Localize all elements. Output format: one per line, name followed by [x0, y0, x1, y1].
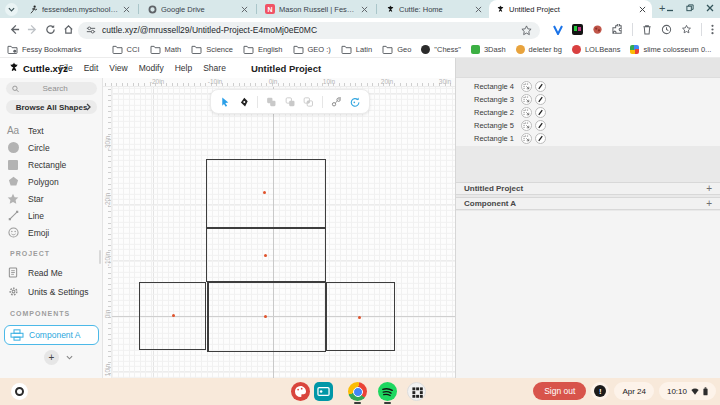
menu-share[interactable]: Share — [203, 63, 226, 73]
menu-modify[interactable]: Modify — [139, 63, 164, 73]
close-icon[interactable] — [475, 6, 482, 13]
search-input[interactable] — [19, 84, 91, 93]
tab-cuttle-home[interactable]: Cuttle: Home — [379, 0, 488, 18]
canvas-rectangle-top[interactable] — [206, 159, 326, 228]
layer-row[interactable]: Rectangle 5 — [456, 119, 720, 132]
expand-icon[interactable]: + — [706, 183, 712, 194]
component-a-item[interactable]: Component A — [4, 325, 99, 345]
transform-button[interactable] — [521, 107, 532, 118]
site-settings-icon[interactable] — [86, 25, 96, 35]
link-tool-icon[interactable] — [331, 96, 342, 108]
reload-icon[interactable] — [45, 24, 56, 35]
bookmark-chess[interactable]: "Chess" — [421, 45, 461, 54]
kebab-menu-icon[interactable] — [711, 24, 714, 35]
sign-out-button[interactable]: Sign out — [533, 382, 586, 400]
add-component-button[interactable]: + — [44, 350, 59, 365]
canvas[interactable]: -20in -10in 0in 10in 20in 30in -30in -20… — [103, 78, 455, 378]
menu-help[interactable]: Help — [175, 63, 192, 73]
restore-icon[interactable] — [686, 4, 694, 12]
layer-row[interactable]: Rectangle 3 — [456, 93, 720, 106]
bookmark-deleter-bg[interactable]: deleter bg — [516, 45, 562, 54]
close-icon[interactable] — [639, 6, 646, 13]
stroke-button[interactable] — [535, 120, 546, 131]
history-icon[interactable] — [661, 24, 672, 35]
stroke-button[interactable] — [535, 107, 546, 118]
intersect-tool-icon[interactable] — [303, 96, 314, 108]
select-tool-icon[interactable] — [220, 96, 231, 108]
bookmark-folder-geo[interactable]: Geo — [382, 45, 411, 54]
close-icon[interactable] — [241, 6, 248, 13]
new-tab-button[interactable]: + — [659, 2, 665, 14]
sidebar-scrollbar[interactable] — [99, 250, 101, 264]
shape-item-rectangle[interactable]: Rectangle — [0, 156, 103, 173]
menu-file[interactable]: File — [59, 63, 73, 73]
shape-item-text[interactable]: AaText — [0, 122, 103, 139]
shape-item-line[interactable]: Line — [0, 207, 103, 224]
shape-item-circle[interactable]: Circle — [0, 139, 103, 156]
launcher-button[interactable] — [11, 383, 28, 400]
close-window-icon[interactable] — [706, 4, 714, 12]
chevron-down-icon[interactable] — [66, 355, 73, 360]
bookmark-fessy[interactable]: Fessy Bookmarks — [7, 45, 82, 54]
close-icon[interactable] — [123, 6, 130, 13]
bookmark-folder-math[interactable]: Math — [150, 45, 182, 54]
back-icon[interactable] — [9, 24, 20, 35]
tab-untitled-project-active[interactable]: Untitled Project — [489, 0, 652, 18]
extensions-puzzle-icon[interactable] — [612, 24, 623, 35]
cuttle-logo-icon[interactable] — [8, 62, 20, 74]
tab-google-drive[interactable]: Google Drive — [141, 0, 254, 18]
home-icon[interactable] — [63, 24, 74, 35]
grid-app-icon[interactable] — [407, 382, 426, 401]
subtract-tool-icon[interactable] — [285, 96, 296, 108]
section-untitled-project[interactable]: Untitled Project + — [456, 182, 720, 195]
shape-item-star[interactable]: Star — [0, 190, 103, 207]
address-bar[interactable]: cuttle.xyz/@mrussell29/Untitled-Project-… — [78, 22, 540, 39]
bookmark-star-icon[interactable] — [521, 25, 532, 36]
transform-button[interactable] — [521, 133, 532, 144]
minimize-icon[interactable] — [666, 4, 674, 12]
layer-row[interactable]: Rectangle 4 — [456, 80, 720, 93]
bookmark-folder-latin[interactable]: Latin — [341, 45, 372, 54]
expand-icon[interactable]: + — [706, 198, 712, 209]
menu-edit[interactable]: Edit — [84, 63, 99, 73]
date-pill[interactable]: Apr 24 — [614, 382, 654, 400]
menu-view[interactable]: View — [109, 63, 127, 73]
union-tool-icon[interactable] — [266, 96, 277, 108]
transform-button[interactable] — [521, 81, 532, 92]
layer-row[interactable]: Rectangle 2 — [456, 106, 720, 119]
rotate-tool-icon[interactable] — [349, 96, 360, 108]
bookmark-3dash[interactable]: 3Dash — [471, 45, 506, 54]
pen-tool-icon[interactable] — [239, 96, 250, 108]
bookmark-lolbeans[interactable]: LOLBeans — [572, 45, 620, 54]
tab-search-button[interactable] — [5, 3, 18, 16]
saved-star-icon[interactable] — [681, 24, 692, 35]
close-icon[interactable] — [361, 6, 368, 13]
trash-icon[interactable] — [642, 24, 652, 35]
bookmark-folder-geo-smiley[interactable]: GEO :) — [293, 45, 331, 54]
red-extension-icon[interactable] — [592, 24, 603, 35]
section-component-a[interactable]: Component A + — [456, 197, 720, 210]
forward-icon[interactable] — [27, 24, 38, 35]
shape-item-polygon[interactable]: Polygon — [0, 173, 103, 190]
stroke-button[interactable] — [535, 81, 546, 92]
browse-all-shapes-button[interactable]: Browse All Shapes — [6, 100, 97, 114]
sidebar-item-units-settings[interactable]: Units & Settings — [0, 283, 103, 300]
transform-button[interactable] — [521, 120, 532, 131]
bookmark-slime[interactable]: slime colosseum 0... — [630, 45, 711, 54]
notification-button[interactable]: ! — [591, 382, 609, 400]
shape-item-emoji[interactable]: Emoji — [0, 224, 103, 241]
canvas-app-icon[interactable] — [291, 382, 310, 401]
stroke-button[interactable] — [535, 94, 546, 105]
bookmark-folder-english[interactable]: English — [243, 45, 283, 54]
tab-fessenden[interactable]: fessenden.myschoolapp.com — [22, 0, 136, 18]
transform-button[interactable] — [521, 94, 532, 105]
screencast-app-icon[interactable] — [314, 382, 333, 401]
layer-row[interactable]: Rectangle 1 — [456, 132, 720, 145]
v-extension-icon[interactable] — [553, 25, 563, 35]
bookmark-folder-cci[interactable]: CCI — [112, 45, 140, 54]
search-box[interactable] — [6, 82, 97, 95]
tab-mason-russell[interactable]: N Mason Russell | Fessenden — [259, 0, 374, 18]
sidebar-item-readme[interactable]: Read Me — [0, 264, 103, 281]
chrome-app-icon[interactable] — [348, 382, 367, 401]
dark-extension-icon[interactable] — [572, 24, 583, 35]
